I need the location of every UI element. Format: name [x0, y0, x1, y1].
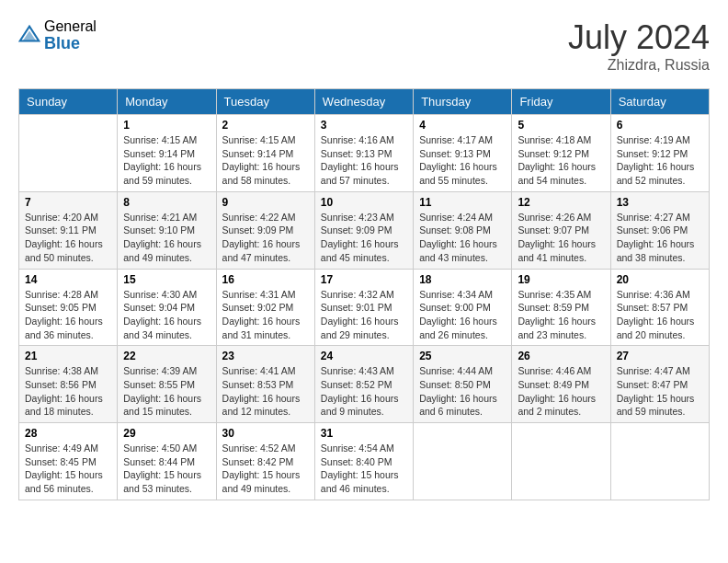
day-info: Sunrise: 4:39 AMSunset: 8:55 PMDaylight:…: [123, 364, 210, 419]
calendar-cell: 31Sunrise: 4:54 AMSunset: 8:40 PMDayligh…: [314, 423, 413, 500]
day-info: Sunrise: 4:26 AMSunset: 9:07 PMDaylight:…: [518, 211, 604, 265]
calendar-cell: 30Sunrise: 4:52 AMSunset: 8:42 PMDayligh…: [216, 423, 314, 500]
weekday-header-row: SundayMondayTuesdayWednesdayThursdayFrid…: [19, 89, 710, 115]
calendar-cell: 5Sunrise: 4:18 AMSunset: 9:12 PMDaylight…: [512, 115, 610, 192]
day-info: Sunrise: 4:34 AMSunset: 9:00 PMDaylight:…: [419, 288, 506, 342]
calendar-cell: 20Sunrise: 4:36 AMSunset: 8:57 PMDayligh…: [610, 269, 709, 346]
calendar-cell: 2Sunrise: 4:15 AMSunset: 9:14 PMDaylight…: [216, 115, 314, 192]
day-number: 22: [123, 350, 210, 362]
calendar-cell: 25Sunrise: 4:44 AMSunset: 8:50 PMDayligh…: [414, 346, 512, 423]
calendar-week-row: 28Sunrise: 4:49 AMSunset: 8:45 PMDayligh…: [19, 423, 710, 500]
day-number: 14: [25, 273, 111, 286]
day-info: Sunrise: 4:54 AMSunset: 8:40 PMDaylight:…: [321, 442, 407, 496]
weekday-header: Sunday: [19, 89, 118, 115]
day-info: Sunrise: 4:16 AMSunset: 9:13 PMDaylight:…: [321, 133, 407, 188]
calendar-cell: [414, 423, 512, 500]
day-number: 31: [321, 427, 407, 440]
day-info: Sunrise: 4:15 AMSunset: 9:14 PMDaylight:…: [123, 133, 210, 188]
calendar-cell: 9Sunrise: 4:22 AMSunset: 9:09 PMDaylight…: [216, 191, 314, 269]
month-year: July 2024: [568, 18, 710, 57]
calendar-table: SundayMondayTuesdayWednesdayThursdayFrid…: [18, 88, 710, 500]
logo-text: General Blue: [44, 18, 97, 52]
weekday-header: Monday: [118, 89, 216, 115]
day-info: Sunrise: 4:23 AMSunset: 9:09 PMDaylight:…: [321, 211, 407, 265]
day-number: 2: [222, 119, 309, 132]
calendar-cell: 15Sunrise: 4:30 AMSunset: 9:04 PMDayligh…: [118, 269, 216, 346]
calendar-week-row: 1Sunrise: 4:15 AMSunset: 9:14 PMDaylight…: [19, 115, 710, 192]
weekday-header: Thursday: [414, 89, 512, 115]
calendar-cell: 8Sunrise: 4:21 AMSunset: 9:10 PMDaylight…: [118, 191, 216, 269]
day-info: Sunrise: 4:47 AMSunset: 8:47 PMDaylight:…: [617, 364, 703, 419]
day-info: Sunrise: 4:31 AMSunset: 9:02 PMDaylight:…: [222, 288, 309, 342]
calendar-week-row: 7Sunrise: 4:20 AMSunset: 9:11 PMDaylight…: [19, 191, 710, 269]
calendar-cell: 21Sunrise: 4:38 AMSunset: 8:56 PMDayligh…: [19, 346, 118, 423]
day-number: 15: [123, 273, 210, 286]
calendar-cell: [610, 423, 709, 500]
title-block: July 2024 Zhizdra, Russia: [568, 18, 710, 74]
calendar-cell: 16Sunrise: 4:31 AMSunset: 9:02 PMDayligh…: [216, 269, 314, 346]
weekday-header: Tuesday: [216, 89, 314, 115]
weekday-header: Friday: [512, 89, 610, 115]
day-info: Sunrise: 4:21 AMSunset: 9:10 PMDaylight:…: [123, 211, 210, 265]
calendar-cell: 4Sunrise: 4:17 AMSunset: 9:13 PMDaylight…: [414, 115, 512, 192]
day-number: 6: [617, 119, 703, 132]
day-number: 25: [419, 350, 506, 362]
logo: General Blue: [18, 18, 97, 52]
day-info: Sunrise: 4:15 AMSunset: 9:14 PMDaylight:…: [222, 133, 309, 188]
day-info: Sunrise: 4:30 AMSunset: 9:04 PMDaylight:…: [123, 288, 210, 342]
day-info: Sunrise: 4:49 AMSunset: 8:45 PMDaylight:…: [25, 442, 111, 496]
calendar-cell: 18Sunrise: 4:34 AMSunset: 9:00 PMDayligh…: [414, 269, 512, 346]
day-info: Sunrise: 4:32 AMSunset: 9:01 PMDaylight:…: [321, 288, 407, 342]
day-number: 11: [419, 196, 506, 209]
day-number: 17: [321, 273, 407, 286]
day-number: 5: [518, 119, 604, 132]
day-info: Sunrise: 4:28 AMSunset: 9:05 PMDaylight:…: [25, 288, 111, 342]
day-number: 20: [617, 273, 703, 286]
calendar-cell: 7Sunrise: 4:20 AMSunset: 9:11 PMDaylight…: [19, 191, 118, 269]
day-number: 18: [419, 273, 506, 286]
day-number: 26: [518, 350, 604, 362]
calendar-cell: 6Sunrise: 4:19 AMSunset: 9:12 PMDaylight…: [610, 115, 709, 192]
day-number: 28: [25, 427, 111, 440]
logo-blue: Blue: [44, 35, 97, 53]
day-number: 12: [518, 196, 604, 209]
day-info: Sunrise: 4:50 AMSunset: 8:44 PMDaylight:…: [123, 442, 210, 496]
day-info: Sunrise: 4:36 AMSunset: 8:57 PMDaylight:…: [617, 288, 703, 342]
location: Zhizdra, Russia: [568, 57, 710, 74]
weekday-header: Saturday: [610, 89, 709, 115]
day-info: Sunrise: 4:24 AMSunset: 9:08 PMDaylight:…: [419, 211, 506, 265]
calendar-cell: 28Sunrise: 4:49 AMSunset: 8:45 PMDayligh…: [19, 423, 118, 500]
logo-icon: [18, 25, 40, 47]
day-info: Sunrise: 4:38 AMSunset: 8:56 PMDaylight:…: [25, 364, 111, 419]
calendar-cell: 14Sunrise: 4:28 AMSunset: 9:05 PMDayligh…: [19, 269, 118, 346]
calendar-cell: 10Sunrise: 4:23 AMSunset: 9:09 PMDayligh…: [314, 191, 413, 269]
day-info: Sunrise: 4:44 AMSunset: 8:50 PMDaylight:…: [419, 364, 506, 419]
calendar-cell: [512, 423, 610, 500]
page-header: General Blue July 2024 Zhizdra, Russia: [18, 18, 710, 74]
day-number: 29: [123, 427, 210, 440]
calendar-week-row: 14Sunrise: 4:28 AMSunset: 9:05 PMDayligh…: [19, 269, 710, 346]
day-number: 16: [222, 273, 309, 286]
calendar-cell: 27Sunrise: 4:47 AMSunset: 8:47 PMDayligh…: [610, 346, 709, 423]
day-number: 10: [321, 196, 407, 209]
day-number: 7: [25, 196, 111, 209]
day-number: 21: [25, 350, 111, 362]
day-number: 27: [617, 350, 703, 362]
calendar-week-row: 21Sunrise: 4:38 AMSunset: 8:56 PMDayligh…: [19, 346, 710, 423]
day-info: Sunrise: 4:20 AMSunset: 9:11 PMDaylight:…: [25, 211, 111, 265]
day-info: Sunrise: 4:41 AMSunset: 8:53 PMDaylight:…: [222, 364, 309, 419]
day-info: Sunrise: 4:35 AMSunset: 8:59 PMDaylight:…: [518, 288, 604, 342]
calendar-cell: 1Sunrise: 4:15 AMSunset: 9:14 PMDaylight…: [118, 115, 216, 192]
calendar-cell: 19Sunrise: 4:35 AMSunset: 8:59 PMDayligh…: [512, 269, 610, 346]
day-number: 30: [222, 427, 309, 440]
day-info: Sunrise: 4:17 AMSunset: 9:13 PMDaylight:…: [419, 133, 506, 188]
calendar-cell: 3Sunrise: 4:16 AMSunset: 9:13 PMDaylight…: [314, 115, 413, 192]
calendar-cell: 23Sunrise: 4:41 AMSunset: 8:53 PMDayligh…: [216, 346, 314, 423]
calendar-cell: 24Sunrise: 4:43 AMSunset: 8:52 PMDayligh…: [314, 346, 413, 423]
day-number: 1: [123, 119, 210, 132]
day-info: Sunrise: 4:18 AMSunset: 9:12 PMDaylight:…: [518, 133, 604, 188]
day-info: Sunrise: 4:27 AMSunset: 9:06 PMDaylight:…: [617, 211, 703, 265]
weekday-header: Wednesday: [314, 89, 413, 115]
day-info: Sunrise: 4:43 AMSunset: 8:52 PMDaylight:…: [321, 364, 407, 419]
calendar-cell: 12Sunrise: 4:26 AMSunset: 9:07 PMDayligh…: [512, 191, 610, 269]
